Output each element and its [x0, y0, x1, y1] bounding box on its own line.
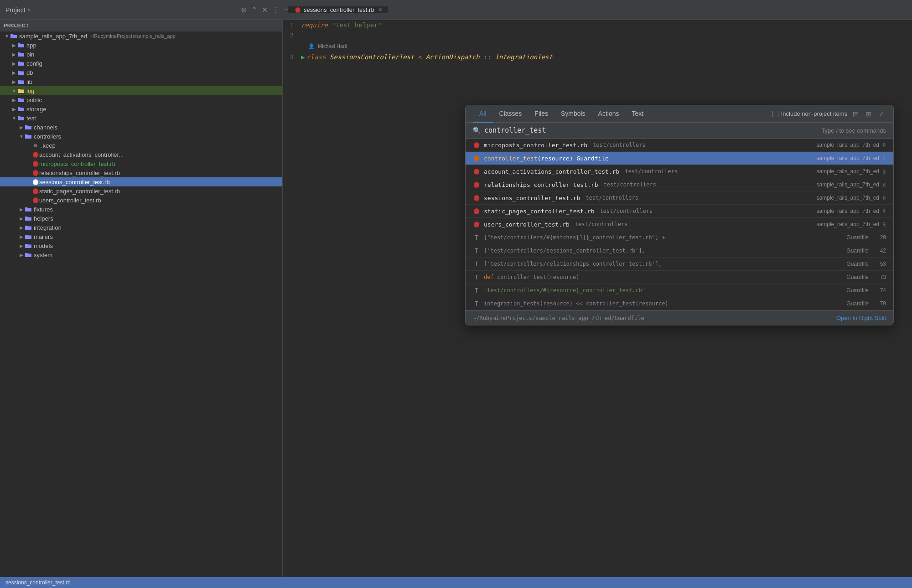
- tab-text[interactable]: Text: [626, 105, 650, 123]
- result-right: sample_rails_app_7th_ed ⎘: [817, 208, 886, 214]
- result-item[interactable]: users_controller_test.rb test/controller…: [466, 218, 893, 231]
- project-chevron-icon[interactable]: ∨: [27, 7, 31, 13]
- line-code: [301, 30, 305, 40]
- result-name: sessions_controller_test.rb: [484, 195, 580, 201]
- sidebar-item-label: relationships_controller_test.rb: [39, 170, 120, 176]
- sidebar-item-controllers[interactable]: ▼ controllers: [0, 132, 282, 141]
- sidebar-item-sessions[interactable]: sessions_controller_test.rb: [0, 177, 282, 186]
- navigate-icon[interactable]: ⌃: [251, 5, 257, 14]
- sidebar-item-db[interactable]: ▶ db: [0, 68, 282, 77]
- filter-icon[interactable]: ⊞: [864, 109, 873, 119]
- config-arrow-icon: ▶: [11, 60, 17, 67]
- copy-icon[interactable]: ⎘: [883, 208, 886, 214]
- list-view-icon[interactable]: ▤: [851, 109, 860, 119]
- fix-arrow-icon: ▶: [18, 206, 25, 212]
- line-code: class SessionsControllerTest < ActionDis…: [306, 52, 553, 62]
- result-right: Guardfile 29: [846, 234, 886, 241]
- result-right: sample_rails_app_7th_ed ⎘: [817, 155, 886, 161]
- result-name: def controller_test(resource): [484, 274, 580, 280]
- sys-folder-icon: [25, 251, 32, 258]
- sidebar-item-integration[interactable]: ▶ integration: [0, 223, 282, 232]
- sidebar-item-log[interactable]: ▼ log: [0, 86, 282, 95]
- result-project: sample_rails_app_7th_ed: [817, 142, 879, 148]
- sidebar-item-keep[interactable]: ≡ .keep: [0, 141, 282, 150]
- public-folder-icon: [17, 96, 25, 103]
- sidebar-item-label: lib: [26, 78, 32, 85]
- copy-icon[interactable]: ⎘: [883, 182, 886, 187]
- sidebar-item-label: fixtures: [34, 206, 53, 213]
- status-text: sessions_controller_test.rb: [5, 579, 71, 586]
- result-item[interactable]: T ['test/controllers/sessions_controller…: [466, 244, 893, 258]
- sidebar-item-channels[interactable]: ▶ channels: [0, 123, 282, 132]
- tab-actions[interactable]: Actions: [592, 105, 626, 123]
- result-right: Guardfile 79: [846, 300, 886, 307]
- sidebar-item-test[interactable]: ▼ test: [0, 113, 282, 123]
- sidebar-item-models[interactable]: ▶ models: [0, 241, 282, 250]
- result-item[interactable]: static_pages_controller_test.rb test/con…: [466, 205, 893, 218]
- expand-icon[interactable]: ⤢: [877, 109, 886, 119]
- close-icon[interactable]: ✕: [262, 5, 268, 14]
- sidebar-item-config[interactable]: ▶ config: [0, 59, 282, 68]
- result-item[interactable]: T ['test/controllers/relationships_contr…: [466, 258, 893, 271]
- result-item-active[interactable]: controller_test(resource) Guardfile samp…: [466, 152, 893, 165]
- gem-icon-span: [473, 181, 480, 188]
- sidebar-item-helpers[interactable]: ▶ helpers: [0, 214, 282, 223]
- sidebar-item-label: .keep: [41, 142, 56, 149]
- sidebar-item-relationships[interactable]: relationships_controller_test.rb: [0, 168, 282, 177]
- copy-icon[interactable]: ⎘: [883, 142, 886, 148]
- result-item[interactable]: account_activations_controller_test.rb t…: [466, 165, 893, 178]
- editor-area: 1 require "test_helper" 2 👤 Michael Hart…: [283, 20, 912, 577]
- sidebar-item-account-activations[interactable]: account_activations_controller...: [0, 150, 282, 159]
- sidebar-item-storage[interactable]: ▶ storage: [0, 104, 282, 113]
- minimize-icon[interactable]: −: [284, 6, 288, 14]
- project-title[interactable]: Project ∨: [5, 6, 31, 14]
- editor-line-2: 2: [283, 30, 912, 40]
- tab-classes[interactable]: Classes: [493, 105, 529, 123]
- sidebar-item-microposts[interactable]: microposts_controller_test.rb: [0, 159, 282, 168]
- line-code: require "test_helper": [301, 20, 382, 30]
- result-path: test/controllers: [600, 208, 653, 214]
- more-icon[interactable]: ⋮: [272, 5, 280, 14]
- add-icon[interactable]: ⊕: [241, 5, 247, 14]
- sidebar-item-system[interactable]: ▶ system: [0, 250, 282, 259]
- tab-close-button[interactable]: ✕: [378, 7, 382, 13]
- copy-icon[interactable]: ⎘: [883, 169, 886, 174]
- help-folder-icon: [25, 215, 32, 222]
- run-icon[interactable]: ▶: [301, 52, 305, 62]
- bracket-icon-span: T: [473, 300, 480, 307]
- namespace-sep: ::: [483, 53, 491, 61]
- checkbox[interactable]: [772, 111, 778, 117]
- tab-files[interactable]: Files: [528, 105, 554, 123]
- open-right-split-button[interactable]: Open In Right Split: [836, 315, 886, 321]
- include-non-project-checkbox[interactable]: Include non-project items: [772, 110, 847, 117]
- copy-icon[interactable]: ⎘: [883, 222, 886, 227]
- copy-icon[interactable]: ⎘: [883, 155, 886, 161]
- result-project: Guardfile: [846, 300, 869, 307]
- search-input[interactable]: [484, 126, 818, 134]
- result-item[interactable]: microposts_controller_test.rb test/contr…: [466, 139, 893, 152]
- result-item[interactable]: T ["test/controllers/#{matches[1]}_contr…: [466, 231, 893, 244]
- tree-root[interactable]: ▼ sample_rails_app_7th_ed ~/RubymineProj…: [0, 31, 282, 41]
- result-item[interactable]: relationships_controller_test.rb test/co…: [466, 178, 893, 191]
- copy-icon[interactable]: ⎘: [883, 195, 886, 201]
- sidebar-item-fixtures[interactable]: ▶ fixtures: [0, 205, 282, 214]
- result-right: Guardfile 73: [846, 274, 886, 280]
- sidebar-item-bin[interactable]: ▶ bin: [0, 50, 282, 59]
- sess-gem-icon: [32, 178, 39, 186]
- tab-symbols[interactable]: Symbols: [554, 105, 592, 123]
- result-item[interactable]: T integration_tests(resource) << control…: [466, 297, 893, 310]
- result-item[interactable]: T def controller_test(resource) Guardfil…: [466, 271, 893, 284]
- sidebar-item-app[interactable]: ▶ app: [0, 41, 282, 50]
- keyword-require: require: [301, 21, 328, 29]
- sidebar-item-static-pages[interactable]: static_pages_controller_test.rb: [0, 186, 282, 196]
- result-item[interactable]: T "test/controllers/#{resource}_controll…: [466, 284, 893, 297]
- gem-icon-span: [473, 141, 480, 149]
- sidebar-item-lib[interactable]: ▶ lib: [0, 77, 282, 86]
- tab-sessions-controller-test[interactable]: sessions_controller_test.rb ✕: [288, 6, 389, 13]
- tab-all[interactable]: All: [473, 105, 493, 123]
- sidebar-item-users[interactable]: users_controller_test.rb: [0, 196, 282, 205]
- sidebar-item-mailers[interactable]: ▶ mailers: [0, 232, 282, 241]
- sidebar-item-public[interactable]: ▶ public: [0, 95, 282, 104]
- result-item[interactable]: sessions_controller_test.rb test/control…: [466, 191, 893, 205]
- sidebar-header: Project: [0, 20, 282, 31]
